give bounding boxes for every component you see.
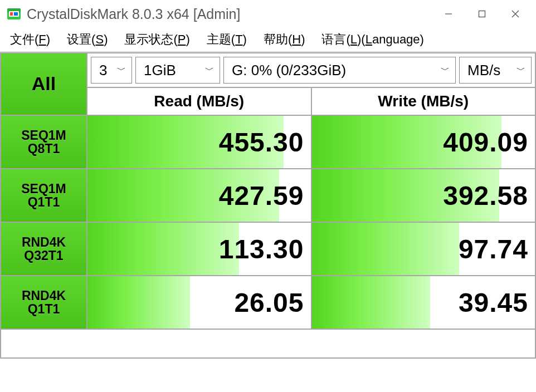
seq1m-q1t1-write: 392.58 [311, 169, 536, 222]
unit-value: MB/s [467, 62, 500, 79]
run-rnd4k-q1t1-button[interactable]: RND4K Q1T1 [1, 276, 86, 329]
menu-settings-key: S [95, 32, 104, 46]
rnd4k-q1t1-write: 39.45 [311, 276, 536, 329]
seq1m-q8t1-read: 455.30 [87, 115, 311, 169]
chevron-down-icon: ﹀ [441, 65, 450, 76]
menu-file[interactable]: 文件(F) [2, 29, 58, 50]
menu-lang-key: L [350, 32, 357, 46]
run-seq1m-q8t1-button[interactable]: SEQ1M Q8T1 [1, 116, 86, 168]
read-header: Read (MB/s) [87, 87, 311, 115]
test-count-dropdown[interactable]: 3 ﹀ [91, 57, 132, 84]
btn-line1: SEQ1M [21, 182, 66, 195]
svg-rect-3 [10, 12, 13, 16]
rnd4k-q32t1-read-value: 113.30 [87, 223, 311, 275]
menu-theme-post: ) [243, 32, 247, 46]
seq1m-q8t1-write: 409.09 [311, 115, 536, 169]
menu-settings-post: ) [104, 32, 108, 46]
menu-display-key: P [178, 32, 186, 46]
btn-line2: Q1T1 [28, 195, 60, 209]
seq1m-q1t1-write-value: 392.58 [312, 169, 535, 222]
btn-line2: Q1T1 [28, 302, 60, 316]
menu-file-post: ) [46, 32, 50, 46]
run-all-label: All [32, 74, 56, 94]
menu-lang-pre: 语言( [321, 32, 350, 46]
menu-settings-pre: 设置( [67, 32, 95, 46]
rnd4k-q32t1-write: 97.74 [311, 222, 536, 276]
btn-line2: Q32T1 [24, 249, 63, 262]
window-controls [432, 2, 532, 26]
window-title: CrystalDiskMark 8.0.3 x64 [Admin] [27, 6, 432, 22]
btn-line1: RND4K [22, 289, 66, 302]
seq1m-q8t1-read-value: 455.30 [87, 116, 311, 168]
seq1m-q1t1-read: 427.59 [87, 169, 311, 222]
menu-settings[interactable]: 设置(S) [59, 29, 115, 50]
menu-lang-post: anguage) [372, 32, 424, 46]
unit-dropdown[interactable]: MB/s ﹀ [459, 57, 532, 84]
menu-theme-key: T [235, 32, 242, 46]
chevron-down-icon: ﹀ [117, 65, 126, 76]
app-icon [7, 7, 21, 21]
menu-lang-mid: )( [357, 32, 366, 46]
write-header: Write (MB/s) [311, 87, 536, 115]
rnd4k-q32t1-write-value: 97.74 [312, 223, 535, 275]
menu-help[interactable]: 帮助(H) [256, 29, 313, 50]
menubar: 文件(F) 设置(S) 显示状态(P) 主题(T) 帮助(H) 语言(L)(La… [0, 28, 536, 52]
test-size-value: 1GiB [144, 62, 176, 79]
chevron-down-icon: ﹀ [516, 65, 525, 76]
run-rnd4k-q32t1-button[interactable]: RND4K Q32T1 [1, 223, 86, 275]
menu-help-key: H [292, 32, 301, 46]
benchmark-grid: All 3 ﹀ 1GiB ﹀ G: 0% (0/233GiB) ﹀ MB/s [0, 52, 536, 359]
drive-value: G: 0% (0/233GiB) [232, 62, 346, 79]
minimize-button[interactable] [432, 2, 465, 26]
btn-line2: Q8T1 [28, 142, 60, 155]
run-all-button[interactable]: All [1, 53, 86, 115]
status-bar [1, 329, 535, 358]
rnd4k-q1t1-write-value: 39.45 [312, 276, 535, 329]
menu-theme-pre: 主题( [207, 32, 235, 46]
btn-line1: SEQ1M [21, 129, 66, 142]
run-seq1m-q1t1-button[interactable]: SEQ1M Q1T1 [1, 169, 86, 222]
menu-lang-key2: L [366, 32, 372, 46]
menu-display[interactable]: 显示状态(P) [116, 29, 197, 50]
menu-language[interactable]: 语言(L)(Language) [314, 29, 431, 50]
menu-display-pre: 显示状态( [124, 32, 177, 46]
controls-row: 3 ﹀ 1GiB ﹀ G: 0% (0/233GiB) ﹀ MB/s ﹀ [87, 53, 535, 87]
menu-file-key: F [38, 32, 46, 46]
chevron-down-icon: ﹀ [205, 65, 214, 76]
svg-rect-6 [479, 11, 485, 17]
test-size-dropdown[interactable]: 1GiB ﹀ [135, 57, 220, 84]
svg-rect-4 [14, 12, 18, 16]
menu-theme[interactable]: 主题(T) [199, 29, 255, 50]
maximize-button[interactable] [466, 2, 498, 26]
menu-display-post: ) [186, 32, 189, 46]
btn-line1: RND4K [22, 236, 66, 249]
titlebar: CrystalDiskMark 8.0.3 x64 [Admin] [0, 0, 536, 28]
test-count-value: 3 [99, 62, 107, 79]
seq1m-q1t1-read-value: 427.59 [87, 169, 311, 222]
menu-help-pre: 帮助( [264, 32, 292, 46]
rnd4k-q32t1-read: 113.30 [87, 222, 311, 276]
rnd4k-q1t1-read: 26.05 [87, 276, 311, 329]
menu-file-pre: 文件( [10, 32, 38, 46]
rnd4k-q1t1-read-value: 26.05 [87, 276, 311, 329]
drive-dropdown[interactable]: G: 0% (0/233GiB) ﹀ [223, 57, 456, 84]
seq1m-q8t1-write-value: 409.09 [312, 116, 535, 168]
menu-help-post: ) [301, 32, 305, 46]
close-button[interactable] [499, 2, 532, 26]
